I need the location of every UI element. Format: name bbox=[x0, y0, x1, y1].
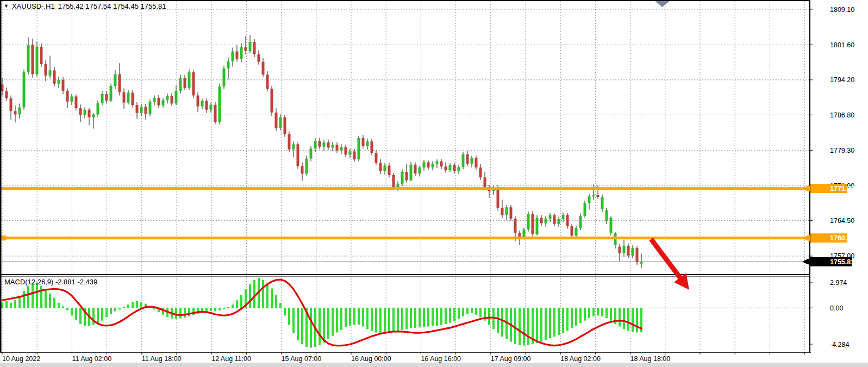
bull-candle bbox=[397, 184, 399, 188]
macd-bar bbox=[218, 308, 221, 310]
time-tick-label: 17 Aug 09:00 bbox=[491, 355, 531, 363]
bear-candle bbox=[205, 101, 208, 110]
bull-candle bbox=[140, 107, 143, 113]
macd-bar bbox=[288, 308, 290, 325]
bear-candle bbox=[392, 175, 395, 188]
bear-candle bbox=[566, 215, 569, 226]
bear-candle bbox=[327, 142, 330, 148]
chart-background bbox=[0, 0, 868, 367]
macd-bar bbox=[175, 308, 177, 319]
macd-bar bbox=[366, 308, 369, 329]
bull-candle bbox=[410, 165, 413, 181]
bull-candle bbox=[218, 86, 221, 122]
bull-candle bbox=[153, 98, 156, 102]
macd-bar bbox=[632, 308, 634, 332]
macd-bar bbox=[519, 308, 521, 345]
bull-candle bbox=[527, 214, 530, 229]
bull-candle bbox=[632, 248, 634, 256]
bull-candle bbox=[223, 69, 226, 86]
hline-anchor-handle[interactable] bbox=[1, 235, 6, 240]
bull-candle bbox=[588, 196, 591, 203]
bear-candle bbox=[510, 207, 513, 219]
macd-bar bbox=[49, 294, 51, 308]
macd-tick-label: -4.284 bbox=[830, 341, 849, 349]
bull-candle bbox=[432, 164, 434, 167]
window-bottom-edge bbox=[0, 363, 868, 367]
bear-candle bbox=[484, 177, 486, 188]
macd-bar bbox=[223, 308, 225, 309]
bull-candle bbox=[423, 162, 426, 167]
macd-bar bbox=[462, 308, 464, 316]
time-tick-label: 16 Aug 16:00 bbox=[421, 355, 461, 363]
symbol-dropdown-icon[interactable]: ▼ bbox=[4, 4, 9, 9]
bull-candle bbox=[114, 74, 117, 86]
macd-bar bbox=[401, 308, 403, 329]
bear-candle bbox=[353, 151, 356, 159]
bull-candle bbox=[232, 52, 234, 61]
macd-bar bbox=[527, 308, 529, 345]
macd-bar bbox=[71, 308, 73, 315]
bear-candle bbox=[414, 165, 417, 174]
bull-candle bbox=[449, 165, 452, 171]
macd-bar bbox=[562, 308, 564, 333]
macd-bar bbox=[479, 308, 482, 317]
macd-bar bbox=[553, 308, 555, 337]
macd-bar bbox=[605, 308, 608, 318]
badge-label: 1755.81 bbox=[830, 258, 854, 266]
macd-bar bbox=[236, 300, 238, 308]
macd-bar bbox=[497, 308, 499, 333]
bear-candle bbox=[184, 78, 186, 88]
macd-bar bbox=[140, 302, 142, 308]
price-tick-label: 1764.50 bbox=[830, 217, 854, 225]
bull-candle bbox=[166, 96, 169, 100]
ohlc-readout: 1755.42 1757.54 1754.45 1755.81 bbox=[58, 2, 166, 10]
bull-candle bbox=[640, 262, 643, 263]
bull-candle bbox=[340, 147, 343, 151]
macd-bar bbox=[610, 308, 612, 320]
macd-bar bbox=[118, 308, 121, 309]
macd-bar bbox=[458, 308, 460, 319]
chart-canvas[interactable]: 1809.101801.601794.201786.801779.301771.… bbox=[0, 0, 868, 367]
bull-candle bbox=[562, 215, 565, 219]
bear-candle bbox=[245, 47, 247, 51]
macd-bar bbox=[471, 308, 473, 313]
price-tick-label: 1809.10 bbox=[830, 6, 854, 14]
bull-candle bbox=[179, 78, 182, 91]
bear-candle bbox=[192, 72, 195, 96]
price-tick-label: 1801.60 bbox=[830, 41, 854, 49]
macd-indicator-label: MACD(12,26,9) -2.881 -2.439 bbox=[4, 278, 97, 286]
macd-bar bbox=[188, 308, 190, 316]
macd-bar bbox=[271, 288, 273, 308]
macd-bar bbox=[427, 308, 429, 326]
macd-bar bbox=[132, 302, 134, 308]
time-tick-label: 12 Aug 11:00 bbox=[211, 355, 251, 363]
bear-candle bbox=[336, 145, 339, 150]
macd-bar bbox=[279, 303, 282, 308]
macd-bar bbox=[536, 308, 538, 343]
macd-bar bbox=[319, 308, 321, 345]
bear-candle bbox=[284, 117, 286, 134]
bear-candle bbox=[10, 98, 13, 111]
mt4-chart-window: { "title": { "symbol_period": "XAUUSD-,H… bbox=[0, 0, 868, 367]
macd-bar bbox=[449, 308, 451, 322]
bull-candle bbox=[27, 45, 30, 72]
bull-candle bbox=[523, 229, 526, 238]
bull-candle bbox=[92, 114, 95, 117]
bull-candle bbox=[575, 228, 578, 236]
macd-bar bbox=[619, 308, 621, 326]
bear-candle bbox=[53, 70, 56, 83]
bear-candle bbox=[445, 166, 447, 170]
time-tick-label: 18 Aug 02:00 bbox=[560, 355, 601, 363]
bear-candle bbox=[66, 91, 69, 102]
bull-candle bbox=[188, 72, 191, 88]
bear-candle bbox=[105, 94, 108, 101]
bear-candle bbox=[132, 92, 134, 105]
macd-bar bbox=[192, 308, 195, 315]
bear-candle bbox=[197, 96, 199, 107]
bear-candle bbox=[262, 62, 265, 75]
macd-bar bbox=[210, 308, 212, 310]
macd-bar bbox=[327, 308, 329, 339]
bull-candle bbox=[127, 92, 130, 102]
macd-bar bbox=[571, 308, 573, 328]
macd-bar bbox=[114, 308, 116, 311]
